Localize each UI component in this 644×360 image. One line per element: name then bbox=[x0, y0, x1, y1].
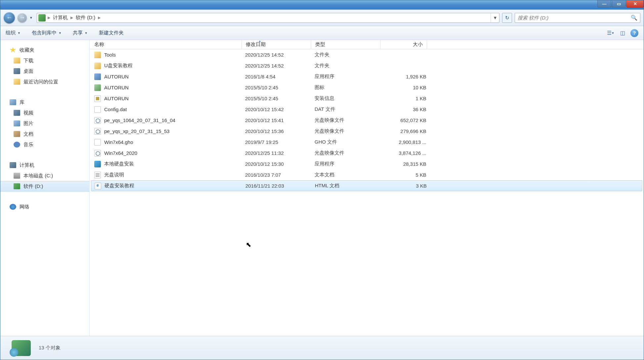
minimize-button[interactable]: — bbox=[597, 0, 611, 8]
forward-button[interactable]: → bbox=[18, 13, 27, 22]
file-icon bbox=[94, 52, 101, 58]
include-library-button[interactable]: 包含到库中▼ bbox=[32, 30, 62, 36]
help-button[interactable]: ? bbox=[630, 29, 638, 37]
drive-icon bbox=[14, 183, 20, 189]
file-row[interactable]: pe_yqs_xp_20_07_31_15_532020/10/12 15:36… bbox=[90, 126, 644, 137]
file-icon bbox=[94, 106, 101, 113]
sidebar-documents[interactable]: 文档 bbox=[0, 129, 89, 139]
file-date: 2016/1/8 4:54 bbox=[245, 74, 315, 79]
sidebar-drive-d[interactable]: 软件 (D:) bbox=[0, 181, 89, 192]
sidebar-downloads[interactable]: 下载 bbox=[0, 55, 89, 66]
address-bar[interactable]: ▶ 计算机 ▶ 软件 (D:) ▶ ▾ bbox=[37, 13, 499, 23]
file-size: 3 KB bbox=[384, 183, 427, 189]
file-row[interactable]: AUTORUN2016/1/8 4:54应用程序1,926 KB bbox=[90, 71, 644, 82]
file-name: Win7x64_2020 bbox=[104, 150, 245, 156]
column-date[interactable]: 修改日期 bbox=[242, 40, 311, 49]
file-type: 应用程序 bbox=[315, 73, 384, 80]
file-icon bbox=[94, 117, 101, 124]
file-icon bbox=[94, 161, 101, 167]
star-icon bbox=[10, 47, 16, 53]
computer-icon bbox=[10, 162, 16, 168]
file-size: 652,072 KB bbox=[384, 117, 426, 123]
file-date: 2016/10/23 7:07 bbox=[245, 172, 315, 178]
status-icon bbox=[12, 340, 31, 356]
pictures-icon bbox=[14, 120, 20, 126]
file-date: 2015/5/10 2:45 bbox=[245, 96, 315, 101]
file-row[interactable]: U盘安装教程2020/12/25 14:52文件夹 bbox=[90, 60, 644, 71]
file-row[interactable]: pe_yqs_1064_20_07_31_16_042020/10/12 15:… bbox=[90, 115, 644, 126]
sidebar-videos[interactable]: 视频 bbox=[0, 108, 89, 118]
file-type: HTML 文档 bbox=[315, 183, 384, 189]
file-name: AUTORUN bbox=[104, 96, 245, 101]
sidebar-network[interactable]: 网络 bbox=[0, 202, 89, 212]
file-row[interactable]: 本地硬盘安装2020/10/12 15:30应用程序28,315 KB bbox=[90, 158, 644, 169]
file-size: 279,696 KB bbox=[384, 128, 426, 134]
breadcrumb-computer[interactable]: 计算机 bbox=[51, 13, 70, 22]
search-input[interactable] bbox=[518, 15, 631, 21]
folder-icon bbox=[14, 79, 20, 85]
sidebar-libraries[interactable]: 库 bbox=[0, 97, 89, 108]
file-row[interactable]: 光盘说明2016/10/23 7:07文本文档5 KB bbox=[90, 169, 644, 180]
column-headers: 名称 修改日期 类型 大小 bbox=[90, 40, 644, 49]
file-date: 2020/10/12 15:41 bbox=[245, 117, 315, 123]
file-name: U盘安装教程 bbox=[104, 63, 245, 69]
file-name: 硬盘安装教程 bbox=[105, 183, 245, 189]
file-type: 图标 bbox=[315, 84, 384, 91]
refresh-button[interactable]: ↻ bbox=[502, 13, 512, 23]
history-dropdown[interactable]: ▼ bbox=[29, 16, 34, 20]
column-type[interactable]: 类型 bbox=[311, 40, 381, 49]
column-size[interactable]: 大小 bbox=[381, 40, 427, 49]
file-icon bbox=[94, 84, 101, 91]
file-date: 2020/12/25 11:32 bbox=[245, 150, 315, 156]
column-name[interactable]: 名称 bbox=[90, 40, 242, 49]
back-button[interactable]: ← bbox=[4, 12, 15, 23]
sidebar-favorites[interactable]: 收藏夹 bbox=[0, 45, 89, 55]
maximize-button[interactable]: ▭ bbox=[612, 0, 626, 8]
file-icon bbox=[94, 63, 101, 69]
file-row[interactable]: Tools2020/12/25 14:52文件夹 bbox=[90, 49, 644, 60]
breadcrumb-sep[interactable]: ▶ bbox=[97, 16, 101, 20]
file-row[interactable]: 硬盘安装教程2016/11/21 22:03HTML 文档3 KB bbox=[91, 180, 642, 191]
search-box[interactable]: 🔍 bbox=[515, 13, 640, 23]
library-icon bbox=[10, 99, 16, 105]
video-icon bbox=[14, 110, 20, 116]
status-text: 13 个对象 bbox=[39, 345, 61, 351]
breadcrumb-sep[interactable]: ▶ bbox=[47, 16, 51, 20]
sidebar-computer[interactable]: 计算机 bbox=[0, 160, 89, 170]
new-folder-button[interactable]: 新建文件夹 bbox=[99, 30, 124, 36]
file-row[interactable]: Config.dat2020/10/12 15:42DAT 文件36 KB bbox=[90, 104, 644, 115]
file-name: Tools bbox=[104, 52, 245, 58]
file-name: pe_yqs_1064_20_07_31_16_04 bbox=[104, 117, 245, 123]
share-button[interactable]: 共享▼ bbox=[73, 30, 88, 36]
file-row[interactable]: Win7x64.gho2019/9/7 19:25GHO 文件2,900,813… bbox=[90, 137, 644, 148]
file-name: pe_yqs_xp_20_07_31_15_53 bbox=[104, 128, 245, 134]
file-size: 5 KB bbox=[384, 172, 426, 178]
file-row[interactable]: AUTORUN2015/5/10 2:45图标10 KB bbox=[90, 82, 644, 93]
file-list: Tools2020/12/25 14:52文件夹U盘安装教程2020/12/25… bbox=[90, 49, 644, 191]
breadcrumb-current[interactable]: 软件 (D:) bbox=[74, 13, 97, 22]
file-name: AUTORUN bbox=[104, 74, 245, 79]
preview-pane-button[interactable]: ◫ bbox=[619, 29, 626, 37]
file-date: 2020/12/25 14:52 bbox=[245, 52, 315, 58]
close-button[interactable]: ✕ bbox=[626, 0, 644, 8]
drive-icon bbox=[14, 173, 20, 179]
file-name: 光盘说明 bbox=[104, 172, 245, 178]
sidebar-recent[interactable]: 最近访问的位置 bbox=[0, 76, 89, 87]
file-icon bbox=[94, 128, 101, 135]
address-dropdown[interactable]: ▾ bbox=[491, 13, 499, 22]
organize-button[interactable]: 组织▼ bbox=[6, 30, 21, 36]
file-size: 3,874,126 ... bbox=[384, 150, 426, 156]
file-date: 2020/10/12 15:36 bbox=[245, 128, 315, 134]
drive-icon bbox=[38, 14, 46, 22]
file-row[interactable]: AUTORUN2015/5/10 2:45安装信息1 KB bbox=[90, 93, 644, 104]
view-options-button[interactable]: ☰ ▼ bbox=[607, 29, 615, 37]
search-icon[interactable]: 🔍 bbox=[631, 15, 637, 21]
file-type: DAT 文件 bbox=[315, 106, 384, 112]
sort-indicator-icon: ▲ bbox=[258, 39, 261, 43]
file-row[interactable]: Win7x64_20202020/12/25 11:32光盘映像文件3,874,… bbox=[90, 148, 644, 158]
sidebar-pictures[interactable]: 图片 bbox=[0, 118, 89, 129]
sidebar-music[interactable]: 音乐 bbox=[0, 139, 89, 150]
sidebar-drive-c[interactable]: 本地磁盘 (C:) bbox=[0, 170, 89, 181]
breadcrumb-sep[interactable]: ▶ bbox=[70, 16, 74, 20]
sidebar-desktop[interactable]: 桌面 bbox=[0, 66, 89, 76]
